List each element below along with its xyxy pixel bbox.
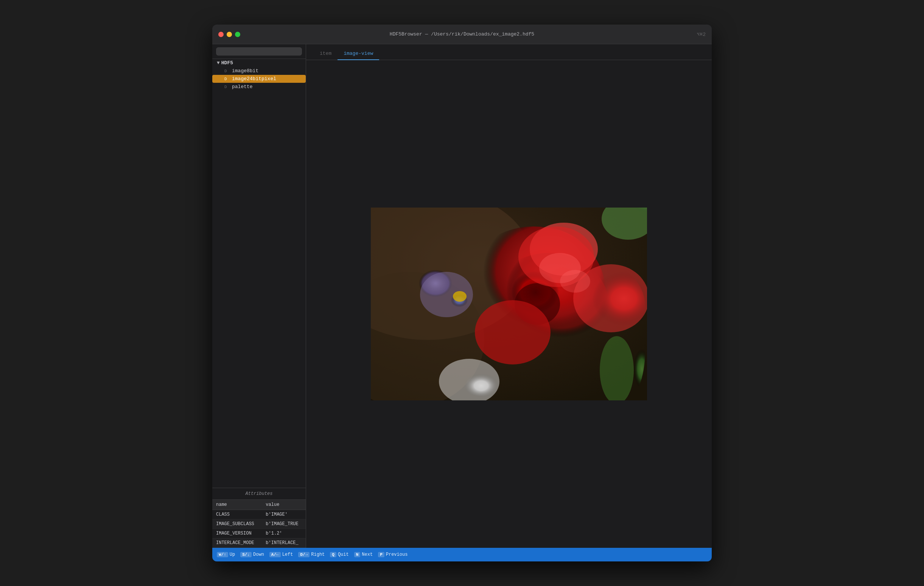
tree-item-palette[interactable]: D palette bbox=[212, 83, 306, 91]
tree-root-hdf5[interactable]: ▼ HDF5 bbox=[212, 59, 306, 67]
tree-root-label: HDF5 bbox=[221, 60, 233, 66]
status-label-right: Right bbox=[311, 552, 325, 557]
table-row: CLASS b'IMAGE' bbox=[212, 510, 306, 519]
rose-image bbox=[371, 207, 647, 400]
status-item-previous: P Previous bbox=[378, 552, 413, 557]
status-label-left: Left bbox=[282, 552, 293, 557]
attributes-table: name value CLASS b'IMAGE' IMAGE_SUBCLASS… bbox=[212, 500, 306, 548]
attr-name: INTERLACE_MODE bbox=[212, 538, 262, 548]
attr-value: b'1.2' bbox=[262, 529, 306, 538]
attr-value: b'IMAGE' bbox=[262, 510, 306, 519]
col-header-name: name bbox=[212, 500, 262, 510]
status-item-quit: Q Quit bbox=[330, 552, 354, 557]
status-bar: W/↑ Up S/↓ Down A/← Left D/→ Right Q Qui… bbox=[212, 548, 712, 561]
status-item-right: D/→ Right bbox=[298, 552, 330, 557]
status-key-down: S/↓ bbox=[240, 552, 252, 557]
tree-item-label: image24bitpixel bbox=[232, 76, 276, 82]
title-bar: HDF5Browser — /Users/rik/Downloads/ex_im… bbox=[212, 25, 712, 44]
attr-value: b'INTERLACE_ bbox=[262, 538, 306, 548]
window-subtitle: HDF5Browser — /Users/rik/Downloads/ex_im… bbox=[390, 31, 534, 37]
tree-item-label: image8bit bbox=[232, 68, 258, 74]
tree-type-badge: D bbox=[224, 69, 230, 73]
tree-item-image8bit[interactable]: D image8bit bbox=[212, 67, 306, 75]
status-label-up: Up bbox=[230, 552, 235, 557]
app-window: HDF5Browser — /Users/rik/Downloads/ex_im… bbox=[212, 25, 712, 561]
window-shortcut: ⌥⌘2 bbox=[697, 31, 706, 38]
tab-image-view[interactable]: image-view bbox=[338, 48, 379, 60]
tabs-bar: item image-view bbox=[306, 44, 712, 60]
status-item-left: A/← Left bbox=[269, 552, 299, 557]
status-item-down: S/↓ Down bbox=[240, 552, 269, 557]
right-panel: item image-view bbox=[306, 44, 712, 548]
status-key-right: D/→ bbox=[298, 552, 310, 557]
status-key-up: W/↑ bbox=[217, 552, 228, 557]
tab-item[interactable]: item bbox=[314, 48, 338, 60]
attributes-panel: Attributes name value CLASS b'IMAGE' bbox=[212, 488, 306, 548]
table-row: IMAGE_SUBCLASS b'IMAGE_TRUE bbox=[212, 519, 306, 529]
status-item-up: W/↑ Up bbox=[217, 552, 240, 557]
attr-name: CLASS bbox=[212, 510, 262, 519]
status-label-down: Down bbox=[253, 552, 264, 557]
status-key-quit: Q bbox=[330, 552, 337, 557]
svg-point-20 bbox=[560, 270, 590, 293]
tree-type-badge: D bbox=[224, 77, 230, 81]
sidebar-tree: ▼ HDF5 D image8bit D image24bitpixel D p… bbox=[212, 59, 306, 488]
col-header-value: value bbox=[262, 500, 306, 510]
sidebar: ▼ HDF5 D image8bit D image24bitpixel D p… bbox=[212, 44, 306, 548]
attr-name: IMAGE_SUBCLASS bbox=[212, 519, 262, 529]
maximize-button[interactable] bbox=[235, 32, 240, 37]
status-label-previous: Previous bbox=[386, 552, 408, 557]
status-label-next: Next bbox=[362, 552, 373, 557]
status-item-next: N Next bbox=[354, 552, 378, 557]
main-content: ▼ HDF5 D image8bit D image24bitpixel D p… bbox=[212, 44, 712, 548]
status-label-quit: Quit bbox=[338, 552, 349, 557]
attr-value: b'IMAGE_TRUE bbox=[262, 519, 306, 529]
tree-item-label: palette bbox=[232, 84, 253, 90]
traffic-lights bbox=[218, 32, 240, 37]
table-row: INTERLACE_MODE b'INTERLACE_ bbox=[212, 538, 306, 548]
search-input[interactable] bbox=[216, 47, 302, 56]
status-key-previous: P bbox=[378, 552, 384, 557]
close-button[interactable] bbox=[218, 32, 224, 37]
tree-arrow: ▼ bbox=[217, 60, 220, 66]
tree-item-image24bitpixel[interactable]: D image24bitpixel bbox=[212, 75, 306, 83]
sidebar-search-area bbox=[212, 44, 306, 59]
image-container bbox=[371, 207, 647, 400]
status-key-left: A/← bbox=[269, 552, 281, 557]
attr-name: IMAGE_VERSION bbox=[212, 529, 262, 538]
tree-type-badge: D bbox=[224, 85, 230, 89]
image-view-area bbox=[306, 60, 712, 548]
window-title: HDF5Browser — /Users/rik/Downloads/ex_im… bbox=[390, 31, 534, 37]
table-row: IMAGE_VERSION b'1.2' bbox=[212, 529, 306, 538]
attributes-title: Attributes bbox=[212, 488, 306, 500]
minimize-button[interactable] bbox=[227, 32, 232, 37]
status-key-next: N bbox=[354, 552, 361, 557]
